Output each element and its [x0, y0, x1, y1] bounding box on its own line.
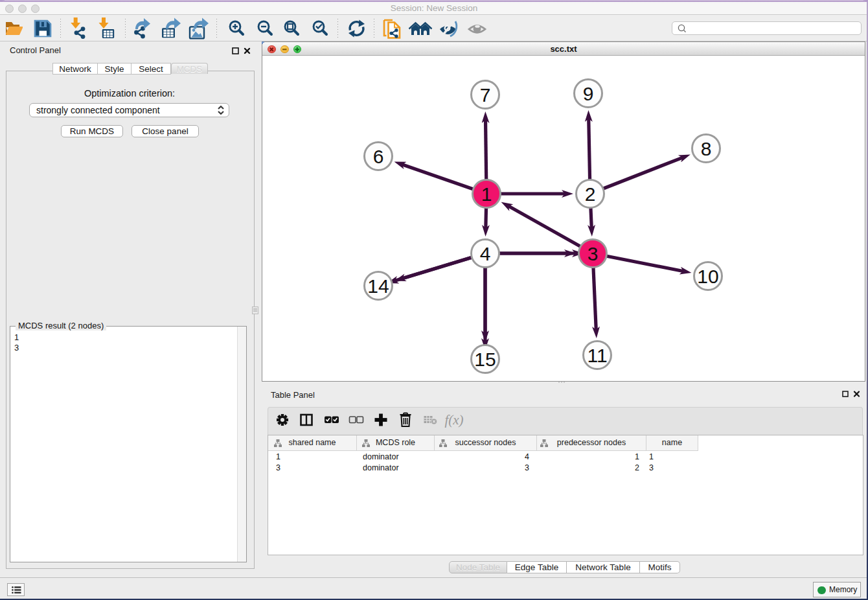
svg-text:11: 11 [587, 345, 607, 366]
svg-text:8: 8 [701, 138, 712, 159]
svg-text:f(x): f(x) [444, 412, 463, 428]
svg-text:1: 1 [481, 183, 492, 205]
svg-text:15: 15 [474, 349, 496, 370]
svg-text:4: 4 [480, 243, 491, 264]
svg-text:9: 9 [583, 83, 594, 104]
svg-text:10: 10 [697, 266, 718, 287]
svg-text:3: 3 [588, 243, 599, 264]
svg-text:7: 7 [480, 84, 491, 106]
svg-text:2: 2 [585, 183, 596, 205]
svg-text:14: 14 [367, 275, 389, 297]
svg-text:6: 6 [373, 146, 384, 167]
